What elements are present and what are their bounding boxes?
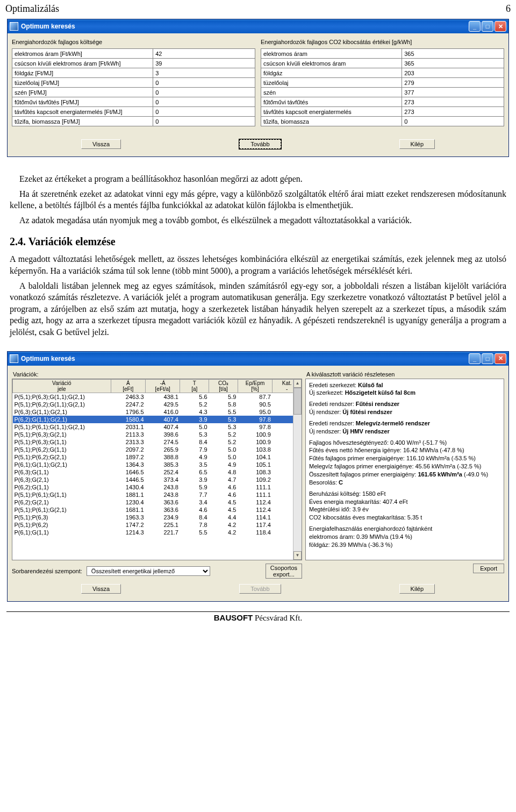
cell: 1446.5 — [111, 476, 145, 483]
table-row[interactable]: P(5,1);P(6,2);G(2,1)1897.2388.84.95.0104… — [13, 453, 302, 461]
table-row[interactable]: P(6,2);G(1,1);G(2,1)1580.4407.43.95.397.… — [13, 416, 302, 423]
cell: 5.9 — [180, 483, 209, 491]
table-row[interactable]: P(5,1);P(6,3);G(1,1);G(2,1)2463.3438.15.… — [13, 393, 302, 401]
table-row[interactable]: P(5,1);P(6,1);G(1,1);G(2,1)2031.1407.45.… — [13, 423, 302, 431]
cell: 407.4 — [146, 423, 180, 431]
table-row[interactable]: P(6,2);G(1,1)1430.4243.85.94.6111.1D — [13, 483, 302, 491]
cell: P(6,2);G(1,1) — [13, 483, 111, 491]
close-button[interactable]: ✕ — [494, 353, 506, 364]
cell: 100.9 — [238, 438, 272, 446]
cell: P(6,2);G(1,1);G(2,1) — [13, 416, 111, 423]
column-header[interactable]: T [a] — [180, 379, 209, 393]
row-value-input[interactable]: 0 — [153, 88, 255, 97]
row-value-input[interactable]: 0 — [402, 117, 504, 126]
row-value-input[interactable]: 42 — [153, 49, 255, 59]
cell: P(5,1);P(6,3);G(1,1);G(2,1) — [13, 393, 111, 401]
minimize-button[interactable]: _ — [469, 21, 481, 32]
column-header[interactable]: Variáció jele — [13, 379, 111, 393]
table-row[interactable]: P(5,1);P(6,1);G(2,1)1681.1363.64.64.5112… — [13, 506, 302, 514]
table-row[interactable]: P(5,1);P(6,3);G(2,1)2113.3398.65.35.2100… — [13, 431, 302, 438]
table-row: elektromos áram [Ft/kWh]42 — [12, 49, 255, 59]
cell: 373.4 — [146, 476, 180, 483]
row-value-input[interactable]: 273 — [402, 97, 504, 107]
next-button[interactable]: Tovább — [239, 139, 281, 149]
cell: P(6,1);G(1,1) — [13, 529, 111, 536]
exit-button[interactable]: Kilép — [399, 139, 435, 149]
paragraph: A baloldali listában jelennek meg az egy… — [10, 280, 506, 338]
table-row: távfűtés kapcsolt energiatermelés [Ft/MJ… — [12, 107, 255, 117]
row-value-input[interactable]: 39 — [153, 59, 255, 68]
cell: 4.6 — [209, 491, 238, 498]
next-button: Tovább — [239, 584, 281, 594]
table-row[interactable]: P(5,1);P(6,2);G(1,1);G(2,1)2247.2429.55.… — [13, 401, 302, 408]
sort-select[interactable]: Összesített energetikai jellemző — [87, 566, 210, 576]
row-value-input[interactable]: 365 — [402, 59, 504, 68]
scroll-thumb[interactable] — [293, 388, 302, 415]
row-value-input[interactable]: 377 — [402, 88, 504, 97]
doc-title: Optimalizálás — [5, 3, 59, 15]
row-label: csúcson kívüli elektromos áram [Ft/kWh] — [12, 59, 153, 68]
column-header[interactable]: -Á [eFt/a] — [146, 379, 180, 393]
row-label: távfűtés kapcsolt energiatermelés — [261, 107, 402, 117]
scroll-up-icon[interactable]: ▲ — [293, 379, 302, 388]
section-heading: 2.4. Variációk elemzése — [10, 234, 506, 249]
table-row[interactable]: P(5,1);P(6,2)1747.2225.17.84.2117.4D — [13, 521, 302, 529]
left-column-heading: Energiahordozók fajlagos költsége — [12, 39, 255, 45]
row-value-input[interactable]: 0 — [153, 117, 255, 126]
row-value-input[interactable]: 0 — [153, 107, 255, 117]
close-button[interactable]: ✕ — [494, 21, 506, 32]
table-row[interactable]: P(6,3);G(2,1)1446.5373.43.94.7109.2D — [13, 476, 302, 483]
cell: 4.7 — [209, 476, 238, 483]
scroll-down-icon[interactable]: ▼ — [293, 551, 302, 560]
table-row: tüzelőolaj [Ft/MJ]0 — [12, 78, 255, 88]
table-row[interactable]: P(5,1);P(6,3);G(1,1)2313.3274.58.45.2100… — [13, 438, 302, 446]
row-value-input[interactable]: 0 — [153, 97, 255, 107]
details-label: A kiválasztott variáció részletesen — [305, 370, 504, 379]
window-energy-costs: Optimum keresés _ □ ✕ Energiahordozók fa… — [7, 19, 509, 157]
column-header[interactable]: Á [eFt] — [111, 379, 145, 393]
row-value-input[interactable]: 279 — [402, 78, 504, 88]
table-row[interactable]: P(5,1);P(6,3)1963.3234.98.44.4114.1D — [13, 514, 302, 521]
table-row[interactable]: P(6,3);G(1,1)1646.5252.46.54.8108.3D — [13, 468, 302, 476]
table-row[interactable]: P(6,2);G(2,1)1230.4363.63.44.5112.4D — [13, 498, 302, 506]
cell: 2463.3 — [111, 393, 145, 401]
table-row: csúcson kívüli elektromos áram365 — [261, 59, 504, 68]
back-button[interactable]: Vissza — [81, 584, 121, 594]
cell: 1747.2 — [111, 521, 145, 529]
table-row[interactable]: P(6,1);G(1,1);G(2,1)1364.3385.33.54.9105… — [13, 461, 302, 468]
cell: 108.3 — [238, 468, 272, 476]
column-header[interactable]: Ep/Epm [%] — [238, 379, 272, 393]
row-value-input[interactable]: 203 — [402, 68, 504, 78]
table-row[interactable]: P(5,1);P(6,1);G(1,1)1881.1243.87.74.6111… — [13, 491, 302, 498]
group-export-button[interactable]: Csoportos export... — [266, 564, 302, 579]
row-value-input[interactable]: 3 — [153, 68, 255, 78]
table-row[interactable]: P(6,1);G(1,1)1214.3221.75.54.2118.4D — [13, 529, 302, 536]
cell: 2313.3 — [111, 438, 145, 446]
app-icon — [10, 22, 18, 31]
export-button[interactable]: Export — [473, 564, 504, 573]
details-panel: Eredeti szerkezet: Külső fal Új szerkeze… — [305, 379, 504, 560]
column-header[interactable]: CO₂ [t/a] — [209, 379, 238, 393]
cell: 234.9 — [146, 514, 180, 521]
cell: 109.2 — [238, 476, 272, 483]
cell: 5.0 — [180, 423, 209, 431]
table-row[interactable]: P(6,3);G(1,1);G(2,1)1796.5416.04.35.595.… — [13, 408, 302, 416]
maximize-button[interactable]: □ — [482, 21, 493, 32]
exit-button[interactable]: Kilép — [399, 584, 435, 594]
table-row: csúcson kívüli elektromos áram [Ft/kWh]3… — [12, 59, 255, 68]
titlebar[interactable]: Optimum keresés _ □ ✕ — [8, 352, 508, 366]
cell: 87.7 — [238, 393, 272, 401]
row-value-input[interactable]: 0 — [153, 78, 255, 88]
variations-table[interactable]: Variáció jeleÁ [eFt]-Á [eFt/a]T [a]CO₂ [… — [12, 379, 302, 536]
cell: 8.4 — [180, 514, 209, 521]
back-button[interactable]: Vissza — [81, 139, 121, 149]
row-value-input[interactable]: 365 — [402, 49, 504, 59]
titlebar[interactable]: Optimum keresés _ □ ✕ — [8, 19, 508, 33]
page-footer: BAUSOFT Pécsvárad Kft. — [6, 611, 510, 627]
scrollbar[interactable]: ▲ ▼ — [293, 379, 302, 560]
minimize-button[interactable]: _ — [469, 353, 481, 364]
cell: 4.4 — [209, 514, 238, 521]
maximize-button[interactable]: □ — [482, 353, 493, 364]
table-row[interactable]: P(5,1);P(6,2);G(1,1)2097.2265.97.95.0103… — [13, 446, 302, 453]
row-value-input[interactable]: 273 — [402, 107, 504, 117]
